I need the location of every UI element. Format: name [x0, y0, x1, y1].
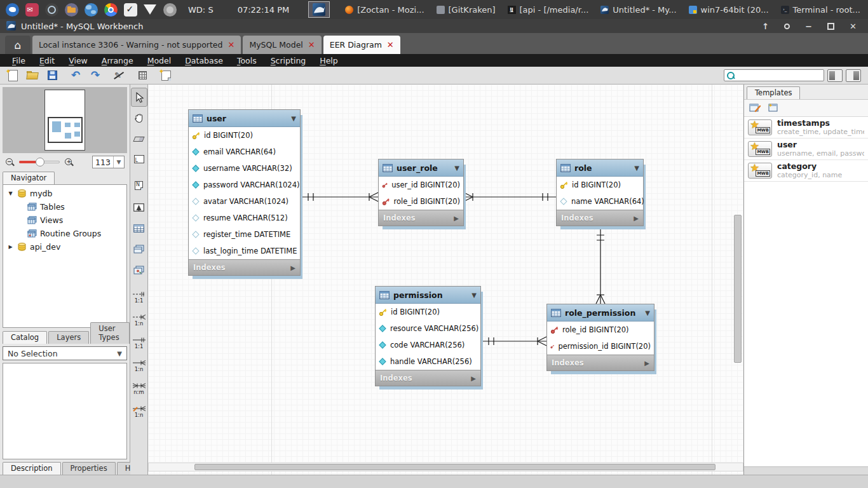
settings-button[interactable] — [784, 24, 790, 29]
mail-app-button[interactable]: ✉ — [25, 3, 39, 17]
search-box[interactable] — [724, 69, 824, 81]
tree-node-mydb[interactable]: ▼mydb — [3, 187, 126, 200]
zoom-value-spinner[interactable]: 113 ▼ — [92, 156, 125, 168]
zoom-slider-knob[interactable] — [36, 158, 44, 166]
column-row[interactable]: resource VARCHAR(256) — [376, 320, 480, 337]
zoom-out-icon[interactable]: − — [5, 158, 15, 167]
layer-tool[interactable]: L — [131, 151, 147, 170]
rel-1n-identifying-tool[interactable]: 1:n — [131, 355, 147, 376]
save-model-button[interactable] — [44, 68, 60, 83]
table-header[interactable]: user▼ — [189, 110, 300, 127]
lock-editing-button[interactable]: ✎ — [111, 68, 127, 83]
taskbar-window-button[interactable]: Untitled* - My... — [600, 5, 676, 15]
tree-node-Routine-Groups[interactable]: Routine Groups — [3, 227, 126, 240]
add-template-button[interactable]: ✦ — [768, 103, 781, 113]
zoom-in-icon[interactable]: + — [64, 158, 74, 167]
scrollbar-thumb[interactable] — [734, 215, 742, 363]
diagram-table-role_permission[interactable]: role_permission▼role_id BIGINT(20)permis… — [546, 304, 654, 371]
column-row[interactable]: name VARCHAR(64) — [557, 193, 643, 210]
close-icon[interactable]: ✕ — [308, 40, 315, 50]
menu-edit[interactable]: Edit — [32, 56, 62, 65]
column-row[interactable]: email VARCHAR(64) — [189, 144, 300, 160]
open-model-button[interactable] — [24, 68, 41, 83]
collapse-caret-icon[interactable]: ▼ — [471, 292, 477, 299]
canvas-vertical-scrollbar[interactable] — [733, 85, 742, 462]
indexes-footer[interactable]: Indexes▶ — [547, 355, 654, 370]
tab-catalog[interactable]: Catalog — [3, 331, 47, 344]
chrome-app-button[interactable] — [104, 3, 118, 17]
taskbar-window-button[interactable]: ›_Terminal - root... — [781, 5, 860, 15]
delete-tool[interactable] — [131, 130, 147, 149]
view-tool[interactable] — [131, 240, 147, 259]
column-row[interactable]: role_id BIGINT(20) — [379, 193, 463, 210]
close-button[interactable]: ✕ — [850, 22, 857, 30]
screenshot-app-button[interactable] — [163, 3, 177, 17]
navigator-minimap[interactable] — [3, 87, 127, 153]
edit-template-button[interactable] — [749, 103, 762, 113]
scrollbar-thumb[interactable] — [194, 464, 715, 470]
new-diagram-button[interactable]: ✦ — [158, 68, 174, 83]
collapse-caret-icon[interactable]: ▼ — [291, 115, 296, 122]
redo-button[interactable]: ↷ — [87, 68, 104, 83]
taskbar-active-window-button[interactable] — [308, 1, 330, 18]
table-header[interactable]: role_permission▼ — [547, 304, 654, 322]
expander-open-icon[interactable]: ▼ — [7, 191, 14, 196]
indexes-footer[interactable]: Indexes▶ — [189, 259, 300, 275]
todo-app-button[interactable]: ✓ — [123, 3, 137, 17]
collapse-caret-icon[interactable]: ▼ — [634, 165, 639, 172]
undo-button[interactable]: ↶ — [67, 68, 84, 83]
diagram-table-permission[interactable]: permission▼id BIGINT(20)resource VARCHAR… — [375, 286, 481, 386]
menu-model[interactable]: Model — [140, 56, 179, 65]
tree-node-Tables[interactable]: Tables — [3, 200, 126, 214]
media-app-button[interactable] — [44, 3, 58, 17]
menu-file[interactable]: File — [5, 56, 32, 65]
pan-tool[interactable] — [131, 109, 147, 128]
tree-node-api_dev[interactable]: ▶api_dev — [3, 240, 126, 254]
grid-button[interactable] — [134, 68, 151, 83]
tab-user-types[interactable]: User Types — [90, 322, 130, 344]
menu-database[interactable]: Database — [178, 56, 230, 65]
search-input[interactable] — [735, 71, 822, 80]
select-tool[interactable] — [131, 88, 147, 107]
table-header[interactable]: role▼ — [557, 159, 643, 177]
canvas-horizontal-scrollbar[interactable] — [148, 463, 743, 471]
indexes-footer[interactable]: Indexes▶ — [557, 210, 643, 226]
indexes-footer[interactable]: Indexes▶ — [376, 370, 480, 386]
selection-dropdown[interactable]: No Selection ▼ — [3, 346, 127, 360]
table-header[interactable]: permission▼ — [376, 287, 480, 304]
diagram-canvas[interactable]: user▼id BIGINT(20)email VARCHAR(64)usern… — [148, 85, 743, 475]
collapse-caret-icon[interactable]: ▼ — [645, 309, 650, 316]
template-item-timestamps[interactable]: ★MWBtimestampscreate_time, update_time — [744, 117, 868, 139]
tab-properties[interactable]: Properties — [62, 462, 116, 475]
tab-mysql-model[interactable]: MySQL Model✕ — [243, 36, 321, 54]
diagram-table-user_role[interactable]: user_role▼user_id BIGINT(20)role_id BIGI… — [378, 159, 464, 226]
tab-templates[interactable]: Templates — [747, 86, 800, 99]
tab-layers[interactable]: Layers — [48, 331, 89, 344]
collapse-caret-icon[interactable]: ▼ — [454, 165, 459, 172]
minimap-viewport[interactable] — [48, 117, 83, 143]
tree-node-Views[interactable]: Views — [3, 214, 126, 227]
column-row[interactable]: id BIGINT(20) — [189, 127, 300, 144]
rel-1n-non-identifying-tool[interactable]: 1:n — [131, 309, 147, 330]
minimize-button[interactable]: − — [805, 22, 812, 30]
indexes-footer[interactable]: Indexes▶ — [379, 210, 463, 226]
table-header[interactable]: user_role▼ — [379, 159, 463, 177]
taskbar-window-button[interactable]: [GitKraken] — [437, 5, 496, 15]
column-row[interactable]: id BIGINT(20) — [557, 177, 643, 193]
menu-view[interactable]: View — [62, 56, 95, 65]
column-row[interactable]: password VARCHAR(1024) — [189, 177, 300, 193]
note-tool[interactable]: N — [131, 177, 147, 196]
toggle-left-sidebar-button[interactable] — [827, 69, 843, 82]
tab-description[interactable]: Description — [3, 462, 61, 475]
close-icon[interactable]: ✕ — [387, 40, 394, 50]
rel-11-non-identifying-tool[interactable]: 1:1 — [131, 287, 147, 308]
diagram-table-role[interactable]: role▼id BIGINT(20)name VARCHAR(64)Indexe… — [556, 159, 644, 226]
tab-eer-diagram[interactable]: EER Diagram✕ — [323, 36, 400, 54]
routine-group-tool[interactable] — [131, 261, 147, 280]
column-row[interactable]: permission_id BIGINT(20) — [547, 338, 654, 355]
image-tool[interactable] — [131, 198, 147, 217]
template-item-category[interactable]: ★MWBcategorycategory_id, name — [744, 160, 868, 182]
table-tool[interactable] — [131, 219, 147, 238]
files-app-button[interactable] — [64, 3, 78, 17]
column-row[interactable]: role_id BIGINT(20) — [547, 322, 654, 338]
